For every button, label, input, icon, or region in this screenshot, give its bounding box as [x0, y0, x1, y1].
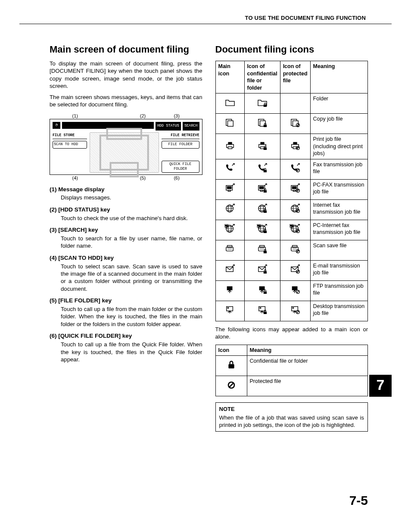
legend-title: (4) [SCAN TO HDD] key: [50, 254, 202, 262]
icon-row-folder: Folder: [215, 93, 368, 114]
icon-row-email: E-mail transmission job file: [215, 260, 368, 280]
lcd-file-folder-btn: FILE FOLDER: [162, 141, 199, 148]
pcifax-confidential-icon: [244, 220, 280, 240]
fax-protected-icon: [280, 159, 310, 179]
lcd-label-6: (6): [160, 175, 194, 181]
copy-main-icon: [215, 114, 244, 134]
legend-title: (2) [HDD STATUS] key: [50, 206, 202, 214]
lcd-label-4: (4): [58, 175, 92, 181]
scan-meaning: Scan save file: [310, 240, 367, 260]
lcd-scan-to-hdd-btn: SCAN TO HDD: [53, 141, 87, 148]
pcfax-main-icon: [215, 179, 244, 199]
legend-title: (5) [FILE FOLDER] key: [50, 297, 202, 305]
legend-item: (2) [HDD STATUS] keyTouch to check the u…: [50, 206, 202, 222]
scan-protected-icon: [280, 240, 310, 260]
right-column: Document filing icons Main icon Icon of …: [215, 43, 368, 432]
scan-main-icon: [215, 240, 244, 260]
scan-confidential-icon: [244, 240, 280, 260]
icon-row-ifax: Internet fax transmission job file: [215, 199, 368, 220]
desktop-protected-icon: [280, 301, 310, 321]
fax-meaning: Fax transmission job file: [310, 159, 367, 179]
prohibit-badge-meaning: Protected file: [247, 376, 368, 396]
legend-list: (1) Message displayDisplays messages.(2)…: [50, 186, 202, 364]
ftp-main-icon: [215, 280, 244, 301]
icon-row-pcifax: PC-Internet fax transmission job file: [215, 220, 368, 240]
desktop-main-icon: [215, 301, 244, 321]
lcd-copier-illustration: [90, 132, 159, 173]
legend-body: Touch to call up a file from the main fo…: [61, 305, 202, 328]
badge-row-lock: Confidential file or folder: [215, 356, 368, 376]
pcfax-protected-icon: [280, 179, 310, 199]
pcifax-main-icon: [215, 220, 244, 240]
desktop-meaning: Desktop transmission job file: [310, 301, 367, 321]
icon-table: Main icon Icon of confidential file or f…: [215, 61, 368, 321]
lock-badge-icon: [215, 356, 247, 376]
left-column: Main screen of document filing To displa…: [50, 43, 202, 432]
legend-body: Touch to select scan save. Scan save is …: [61, 263, 202, 293]
legend-title: (1) Message display: [50, 186, 202, 193]
intro-para-2: The main screen shows messages, keys, an…: [50, 93, 202, 109]
ifax-protected-icon: [280, 199, 310, 220]
badge-row-prohibit: Protected file: [215, 376, 368, 396]
th-badge-meaning: Meaning: [247, 345, 368, 356]
th-main-icon: Main icon: [215, 61, 244, 93]
ftp-protected-icon: [280, 280, 310, 301]
email-meaning: E-mail transmission job file: [310, 260, 367, 280]
print-main-icon: [215, 134, 244, 159]
pcifax-protected-icon: [280, 220, 310, 240]
email-protected-icon: [280, 260, 310, 280]
lcd-panel: ◔ HDD STATUS SEARCH FILE STORE SCAN TO H…: [50, 119, 202, 175]
legend-item: (4) [SCAN TO HDD] keyTouch to select sca…: [50, 254, 202, 293]
legend-item: (5) [FILE FOLDER] keyTouch to call up a …: [50, 297, 202, 328]
note-header: NOTE: [219, 405, 364, 413]
svg-rect-0: [100, 135, 148, 169]
legend-item: (3) [SEARCH] keyTouch to search for a fi…: [50, 226, 202, 250]
lcd-hdd-status-btn: HDD STATUS: [156, 122, 181, 131]
ifax-main-icon: [215, 199, 244, 220]
pcfax-confidential-icon: [244, 179, 280, 199]
lcd-labels-top: (1) (2) (3): [50, 113, 202, 119]
legend-item: (6) [QUICK FILE FOLDER] keyTouch to call…: [50, 332, 202, 363]
ftp-confidential-icon: [244, 280, 280, 301]
print-confidential-icon: [244, 134, 280, 159]
ifax-meaning: Internet fax transmission job file: [310, 199, 367, 220]
icon-row-fax: Fax transmission job file: [215, 159, 368, 179]
lcd-label-2: (2): [126, 113, 160, 119]
legend-title: (6) [QUICK FILE FOLDER] key: [50, 332, 202, 340]
ifax-confidential-icon: [244, 199, 280, 220]
print-meaning: Print job file (including direct print j…: [310, 134, 367, 159]
lcd-clock-icon: ◔: [53, 122, 60, 129]
th-confidential: Icon of confidential file or folder: [244, 61, 280, 93]
copy-meaning: Copy job file: [310, 114, 367, 134]
pcifax-meaning: PC-Internet fax transmission job file: [310, 220, 367, 240]
fax-confidential-icon: [244, 159, 280, 179]
lcd-quick-file-folder-btn: QUICK FILE FOLDER: [162, 161, 199, 173]
icon-row-desktop: Desktop transmission job file: [215, 301, 368, 321]
fax-main-icon: [215, 159, 244, 179]
folder-confidential-icon: [244, 93, 280, 114]
desktop-confidential-icon: [244, 301, 280, 321]
folder-protected-icon-empty: [280, 93, 310, 114]
print-protected-icon: [280, 134, 310, 159]
th-meaning: Meaning: [310, 61, 367, 93]
pcfax-meaning: PC-FAX transmission job file: [310, 179, 367, 199]
lcd-file-retrieve-hdr: FILE RETRIEVE: [162, 132, 199, 139]
email-main-icon: [215, 260, 244, 280]
copy-protected-icon: [280, 114, 310, 134]
badge-table: Icon Meaning Confidential file or folder…: [215, 345, 368, 397]
note-box: NOTE When the file of a job that was sav…: [215, 402, 368, 431]
legend-body: Touch to check the use of the machine's …: [61, 215, 202, 222]
legend-body: Displays messages.: [61, 194, 202, 201]
icon-row-scan: Scan save file: [215, 240, 368, 260]
legend-body: Touch to call up a file from the Quick F…: [61, 341, 202, 363]
left-heading: Main screen of document filing: [50, 43, 202, 56]
svg-rect-1: [107, 129, 141, 139]
icon-row-pcfax: PC-FAX transmission job file: [215, 179, 368, 199]
note-body: When the file of a job that was saved us…: [219, 414, 364, 429]
legend-title: (3) [SEARCH] key: [50, 226, 202, 234]
page-number: 7-5: [349, 493, 368, 508]
prohibit-badge-icon: [215, 376, 247, 396]
email-confidential-icon: [244, 260, 280, 280]
after-table-note: The following icons may appear added to …: [215, 326, 368, 340]
ftp-meaning: FTP transmission job file: [310, 280, 367, 301]
